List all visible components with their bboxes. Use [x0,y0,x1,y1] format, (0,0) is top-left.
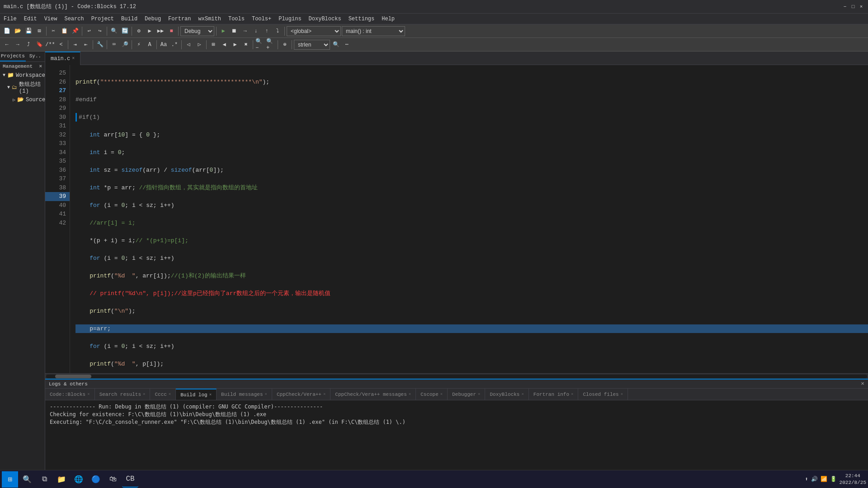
menu-plugins[interactable]: Plugins [275,14,305,24]
close-tab-fortraninfo[interactable]: × [571,392,573,397]
regex-search-btn[interactable]: ⊕ [280,40,290,50]
window-controls[interactable]: − □ × [842,4,864,10]
close-tab-closedfiles[interactable]: × [621,392,623,397]
build-config-dropdown[interactable]: Debug Release [180,26,214,36]
narrow-btn[interactable]: ◁ [184,40,193,50]
open-button[interactable]: 📂 [13,26,23,36]
jump-decl-btn[interactable]: A [145,40,155,50]
code-content[interactable]: printf("********************************… [70,65,868,373]
next-bk-btn[interactable]: ▶ [230,40,240,50]
explorer-button[interactable]: 📁 [53,471,70,488]
unindent-button[interactable]: ⇤ [81,40,91,50]
paste-button[interactable]: 📌 [70,26,80,36]
menu-help[interactable]: Help [378,14,398,24]
maximize-button[interactable]: □ [850,4,856,10]
cut-button[interactable]: ✂ [48,26,58,36]
menu-search[interactable]: Search [61,14,87,24]
chrome-button[interactable]: 🔵 [88,471,104,488]
tray-icon-3[interactable]: 📶 [821,476,827,483]
zoom-in-btn[interactable]: 🔍+ [266,40,276,50]
jump-button[interactable]: ⤴ [24,40,33,50]
bottom-tab-search[interactable]: Search results × [95,389,151,400]
stop-button[interactable]: ■ [166,26,176,36]
tab-close-icon[interactable]: × [72,56,75,61]
build-run-button[interactable]: ▶▶ [156,26,165,36]
bottom-tab-debugger[interactable]: Debugger × [448,389,485,400]
prev-button[interactable]: ← [2,40,12,50]
close-tab-cscope[interactable]: × [440,392,443,397]
menu-edit[interactable]: Edit [20,14,41,24]
menu-tools-plus[interactable]: Tools+ [248,14,275,24]
close-tab-debugger[interactable]: × [478,392,480,397]
menu-wxsmith[interactable]: wxSmith [195,14,225,24]
uncomment-button[interactable]: < [56,40,66,50]
tools-btn[interactable]: 🔧 [95,40,105,50]
codeblocks-taskbar[interactable]: CB [122,471,138,488]
save-button[interactable]: 💾 [24,26,33,36]
close-tab-doxyblocks[interactable]: × [521,392,524,397]
bottom-tab-cscope[interactable]: Cscope × [416,389,448,400]
tree-workspace[interactable]: ▼ 📁 Workspace [0,71,45,80]
close-tab-cppcheck[interactable]: × [323,392,326,397]
run-to-cursor-button[interactable]: ⤵ [273,26,283,36]
code-completion-btn[interactable]: ⌨ [109,40,119,50]
search-options-btn[interactable]: ⋯ [342,40,352,50]
menu-debug[interactable]: Debug [141,14,165,24]
menu-file[interactable]: File [0,14,20,24]
comment-button[interactable]: /** [45,40,55,50]
tab-symbols[interactable]: Sy.. [26,52,45,61]
tray-icon-2[interactable]: 🔊 [811,476,818,483]
zoom-out-btn[interactable]: 🔍− [255,40,265,50]
horizontal-scrollbar[interactable] [45,373,868,379]
bottom-tab-buildmsg[interactable]: Build messages × [217,389,272,400]
new-button[interactable]: 📄 [2,26,12,36]
tree-project[interactable]: ▼ 🗂 数组总结 (1) [0,80,45,95]
close-tab-buildlog[interactable]: × [209,393,212,397]
find-sym-btn[interactable]: 🔎 [120,40,130,50]
save-all-button[interactable]: ⊞ [34,26,44,36]
match-btn[interactable]: ⚡ [134,40,144,50]
close-tab-cppcheck-msg[interactable]: × [409,392,411,397]
bottom-tab-fortraninfo[interactable]: Fortran info × [529,389,579,400]
bottom-tab-cccc[interactable]: Cccc × [150,389,176,400]
close-tab-search[interactable]: × [143,392,145,397]
bottom-tab-closedfiles[interactable]: Closed files × [578,389,628,400]
step-into-button[interactable]: ↓ [251,26,261,36]
scope-dropdown[interactable]: <global> [287,26,341,36]
regex-btn[interactable]: .* [170,40,179,50]
bottom-tab-codeblocks[interactable]: Code::Blocks × [45,389,95,400]
task-view-button[interactable]: ⧉ [36,471,52,488]
function-dropdown[interactable]: main() : int [342,26,405,36]
bottom-tab-cppcheck[interactable]: CppCheck/Vera++ × [272,389,330,400]
redo-button[interactable]: ↪ [95,26,105,36]
case-btn[interactable]: Aa [159,40,169,50]
step-out-button[interactable]: ↑ [262,26,272,36]
wide-btn[interactable]: ▷ [194,40,204,50]
copy-button[interactable]: 📋 [59,26,69,36]
replace-button[interactable]: 🔄 [120,26,130,36]
bookmark-button[interactable]: 🔖 [34,40,44,50]
store-button[interactable]: 🛍 [105,471,121,488]
bottom-tab-cppcheck-msg[interactable]: CppCheck/Vera++ messages × [330,389,416,400]
step-next-button[interactable]: → [240,26,250,36]
mgmt-close-icon[interactable]: × [39,64,42,69]
search-taskbar[interactable]: 🔍 [19,471,35,488]
editor-tab-main[interactable]: main.c × [45,52,80,65]
run-button[interactable]: ▶ [145,26,155,36]
menu-settings[interactable]: Settings [345,14,378,24]
menu-fortran[interactable]: Fortran [165,14,194,24]
build-button[interactable]: ⚙ [134,26,144,36]
edge-button[interactable]: 🌐 [71,471,87,488]
minimize-button[interactable]: − [842,4,848,10]
debug-stop-button[interactable]: ⏹ [229,26,239,36]
menu-project[interactable]: Project [88,14,118,24]
close-button[interactable]: × [858,4,864,10]
next-button[interactable]: → [13,40,23,50]
debug-start-button[interactable]: ▶ [218,26,228,36]
prev-bk-btn[interactable]: ◀ [219,40,229,50]
start-button[interactable]: ⊞ [2,471,18,488]
bottom-tab-doxyblocks[interactable]: DoxyBlocks × [485,389,528,400]
bookmark2-btn[interactable]: ⊞ [208,40,218,50]
menu-build[interactable]: Build [118,14,141,24]
tray-time[interactable]: 22:442022/8/25 [840,473,866,486]
